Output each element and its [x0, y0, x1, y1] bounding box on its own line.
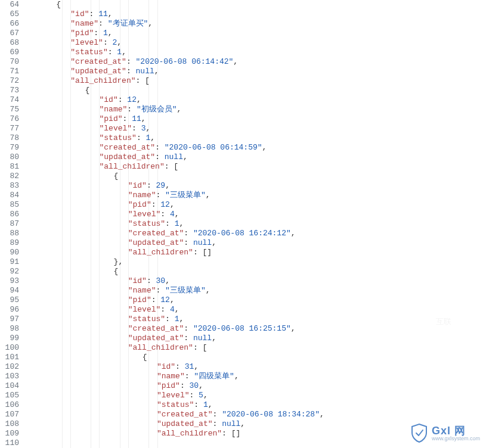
code-line[interactable]: "id": 31,: [25, 362, 486, 372]
line-number: 102: [4, 362, 19, 372]
code-line[interactable]: "status": 1,: [25, 48, 486, 57]
code-line[interactable]: "created_at": "2020-06-08 18:34:28",: [25, 410, 486, 419]
code-line[interactable]: {: [25, 86, 486, 95]
code-line[interactable]: "status": 1,: [25, 219, 486, 229]
code-line[interactable]: "status": 1,: [25, 315, 486, 324]
line-number: 92: [4, 267, 19, 276]
code-line[interactable]: "level": 4,: [25, 305, 486, 315]
line-number: 77: [4, 124, 19, 133]
line-number: 98: [4, 324, 19, 334]
code-line[interactable]: "level": 3,: [25, 124, 486, 133]
line-number: 74: [4, 95, 19, 105]
code-line[interactable]: {: [25, 353, 486, 362]
code-line[interactable]: "updated_at": null,: [25, 67, 486, 76]
code-line[interactable]: "name": "三级菜单",: [25, 286, 486, 295]
line-number: 80: [4, 153, 19, 162]
watermark-brand: Gxl 网: [432, 425, 480, 436]
line-number: 75: [4, 105, 19, 114]
code-line[interactable]: "updated_at": null,: [25, 153, 486, 162]
line-number: 66: [4, 19, 19, 29]
code-line[interactable]: },: [25, 257, 486, 267]
line-number: 85: [4, 200, 19, 210]
code-line[interactable]: "id": 29,: [25, 181, 486, 191]
line-number: 72: [4, 76, 19, 86]
code-line[interactable]: "name": "三级菜单",: [25, 191, 486, 200]
code-line[interactable]: "all_children": [: [25, 162, 486, 172]
shield-icon: [410, 423, 428, 443]
code-line[interactable]: "all_children": []: [25, 248, 486, 257]
code-line[interactable]: "id": 11,: [25, 10, 486, 19]
line-number: 105: [4, 391, 19, 400]
code-line[interactable]: "created_at": "2020-06-08 06:14:59",: [25, 143, 486, 153]
line-number: 79: [4, 143, 19, 153]
line-number: 107: [4, 410, 19, 419]
line-number: 93: [4, 276, 19, 286]
code-line[interactable]: "level": 4,: [25, 210, 486, 219]
line-number: 70: [4, 57, 19, 67]
code-line[interactable]: {: [25, 267, 486, 276]
line-number: 91: [4, 257, 19, 267]
code-line[interactable]: {: [25, 172, 486, 181]
code-line[interactable]: "pid": 12,: [25, 200, 486, 210]
line-number: 71: [4, 67, 19, 76]
line-number: 73: [4, 86, 19, 95]
code-line[interactable]: "name": "初级会员",: [25, 105, 486, 114]
line-number: 109: [4, 429, 19, 438]
line-number: 67: [4, 29, 19, 38]
code-line[interactable]: "created_at": "2020-06-08 06:14:42",: [25, 57, 486, 67]
line-number: 97: [4, 315, 19, 324]
line-number: 83: [4, 181, 19, 191]
code-line[interactable]: "status": 1,: [25, 400, 486, 410]
code-line[interactable]: "id": 30,: [25, 276, 486, 286]
line-number: 64: [4, 0, 19, 10]
line-number: 90: [4, 248, 19, 257]
line-number: 78: [4, 133, 19, 143]
line-number: 106: [4, 400, 19, 410]
line-number: 108: [4, 419, 19, 429]
line-number: 103: [4, 372, 19, 381]
line-number: 95: [4, 295, 19, 305]
line-number: 86: [4, 210, 19, 219]
code-line[interactable]: "created_at": "2020-06-08 16:24:12",: [25, 229, 486, 238]
code-line[interactable]: "created_at": "2020-06-08 16:25:15",: [25, 324, 486, 334]
code-line[interactable]: "name": "考证单买",: [25, 19, 486, 29]
code-line[interactable]: "level": 5,: [25, 391, 486, 400]
line-number: 65: [4, 10, 19, 19]
code-area[interactable]: {"id": 11,"name": "考证单买","pid": 1,"level…: [25, 0, 486, 448]
line-number: 94: [4, 286, 19, 295]
code-line[interactable]: "status": 1,: [25, 133, 486, 143]
line-number: 110: [4, 438, 19, 448]
line-number: 87: [4, 219, 19, 229]
line-number: 84: [4, 191, 19, 200]
code-line[interactable]: "name": "四级菜单",: [25, 372, 486, 381]
line-number: 81: [4, 162, 19, 172]
watermark-logo: Gxl 网 www.gxlsystem.com: [410, 423, 480, 443]
line-number: 88: [4, 229, 19, 238]
code-line[interactable]: "all_children": [: [25, 76, 486, 86]
code-line[interactable]: "updated_at": null,: [25, 238, 486, 248]
line-number: 100: [4, 343, 19, 353]
line-number: 89: [4, 238, 19, 248]
code-line[interactable]: "pid": 11,: [25, 114, 486, 124]
code-line[interactable]: "level": 2,: [25, 38, 486, 48]
line-number: 76: [4, 114, 19, 124]
line-number-gutter: 6465666768697071727374757677787980818283…: [0, 0, 25, 448]
line-number: 68: [4, 38, 19, 48]
code-line[interactable]: {: [25, 0, 486, 10]
line-number: 104: [4, 381, 19, 391]
watermark-url: www.gxlsystem.com: [432, 436, 480, 441]
code-line[interactable]: "pid": 12,: [25, 295, 486, 305]
code-line[interactable]: "pid": 1,: [25, 29, 486, 38]
code-line[interactable]: "updated_at": null,: [25, 334, 486, 343]
code-viewer[interactable]: 6465666768697071727374757677787980818283…: [0, 0, 486, 448]
code-line[interactable]: "all_children": [: [25, 343, 486, 353]
code-line[interactable]: "pid": 30,: [25, 381, 486, 391]
line-number: 69: [4, 48, 19, 57]
line-number: 101: [4, 353, 19, 362]
line-number: 99: [4, 334, 19, 343]
line-number: 96: [4, 305, 19, 315]
line-number: 82: [4, 172, 19, 181]
code-line[interactable]: "id": 12,: [25, 95, 486, 105]
